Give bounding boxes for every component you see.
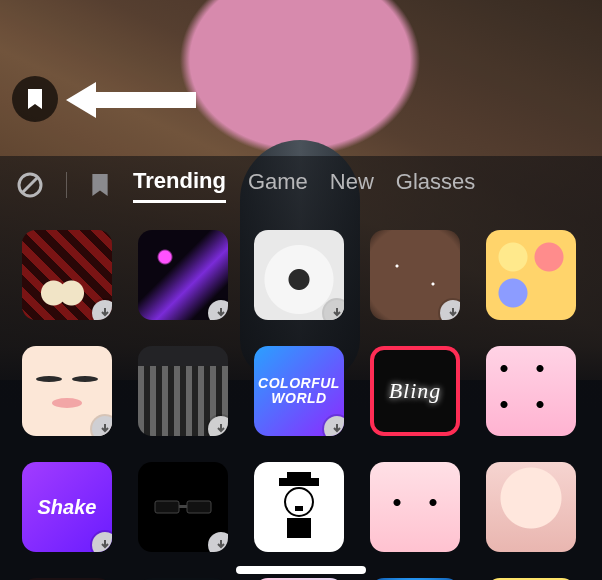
effect-portrait[interactable] <box>486 462 576 552</box>
svg-rect-10 <box>287 518 311 538</box>
effect-bling[interactable]: Bling <box>370 346 460 436</box>
svg-rect-5 <box>179 505 187 508</box>
tab-glasses[interactable]: Glasses <box>396 169 475 201</box>
svg-rect-7 <box>287 472 311 482</box>
chaplin-icon <box>269 472 329 542</box>
tab-trending[interactable]: Trending <box>133 168 226 203</box>
download-icon <box>324 416 344 436</box>
effect-sunglasses-quad[interactable] <box>486 230 576 320</box>
bookmark-button[interactable] <box>12 76 58 122</box>
download-icon <box>208 532 228 552</box>
effects-grid: COLORFULWORLD Bling Shake Lipstick <box>0 214 602 580</box>
effect-label: Shake <box>38 496 97 519</box>
effects-panel: Trending Game New Glasses COLORFULWORLD … <box>0 156 602 580</box>
svg-line-2 <box>22 177 38 193</box>
home-indicator <box>236 566 366 574</box>
bookmark-icon <box>25 88 45 110</box>
sunglasses-icon <box>153 495 213 519</box>
none-effect-button[interactable] <box>16 171 44 199</box>
download-icon <box>208 300 228 320</box>
divider <box>66 172 67 198</box>
download-icon <box>92 300 112 320</box>
effect-label: COLORFULWORLD <box>258 376 340 405</box>
tab-new[interactable]: New <box>330 169 374 201</box>
bookmark-icon <box>89 173 111 197</box>
download-icon <box>324 300 344 320</box>
effect-pink-grid[interactable] <box>486 346 576 436</box>
effect-shake[interactable]: Shake <box>22 462 112 552</box>
svg-point-8 <box>285 488 313 516</box>
effect-label: Bling <box>389 378 442 404</box>
download-icon <box>92 416 112 436</box>
tab-game[interactable]: Game <box>248 169 308 201</box>
effect-colorful-world[interactable]: COLORFULWORLD <box>254 346 344 436</box>
effect-city[interactable] <box>138 346 228 436</box>
effect-flower[interactable] <box>254 230 344 320</box>
svg-rect-3 <box>155 501 179 513</box>
none-icon <box>16 171 44 199</box>
svg-rect-9 <box>295 506 303 511</box>
effects-tabbar: Trending Game New Glasses <box>0 156 602 214</box>
download-icon <box>440 300 460 320</box>
effect-laser[interactable] <box>138 230 228 320</box>
effect-toy[interactable] <box>370 462 460 552</box>
download-icon <box>208 416 228 436</box>
download-icon <box>92 532 112 552</box>
favorites-tab[interactable] <box>89 173 111 197</box>
effect-beret[interactable] <box>22 230 112 320</box>
effect-noface[interactable] <box>22 346 112 436</box>
svg-rect-4 <box>187 501 211 513</box>
effect-chaplin[interactable] <box>254 462 344 552</box>
effect-sunglasses-black[interactable] <box>138 462 228 552</box>
effect-galaxy[interactable] <box>370 230 460 320</box>
